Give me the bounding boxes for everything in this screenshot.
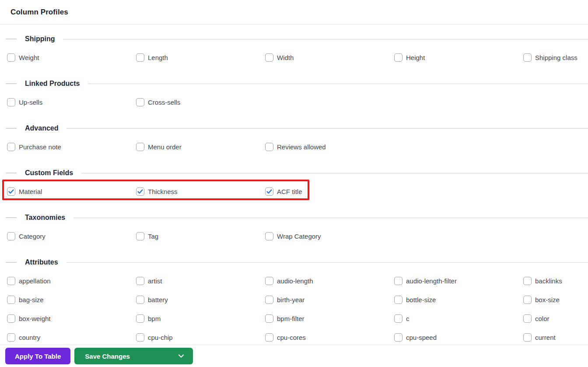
checkbox-unchecked[interactable] xyxy=(265,296,273,304)
page-header: Column Profiles xyxy=(0,0,588,25)
checkbox-item-artist[interactable]: artist xyxy=(136,275,265,287)
checkbox-unchecked[interactable] xyxy=(136,143,144,151)
heading-dash xyxy=(6,39,17,39)
checkbox-item-color[interactable]: color xyxy=(523,312,588,325)
checkbox-unchecked[interactable] xyxy=(394,333,402,342)
checkbox-unchecked[interactable] xyxy=(7,314,15,323)
checkbox-item-backlinks[interactable]: backlinks xyxy=(523,275,588,287)
checkbox-item-cross-sells[interactable]: Cross-sells xyxy=(136,96,265,108)
section-title: Attributes xyxy=(25,258,58,266)
checkbox-item-reviews-allowed[interactable]: Reviews allowed xyxy=(265,141,394,153)
checkbox-item-cpu-chip[interactable]: cpu-chip xyxy=(136,331,265,343)
checkbox-unchecked[interactable] xyxy=(265,232,273,240)
checkbox-item-bpm-filter[interactable]: bpm-filter xyxy=(265,312,394,325)
checkbox-unchecked[interactable] xyxy=(523,333,532,342)
checkbox-unchecked[interactable] xyxy=(265,277,273,285)
checkbox-unchecked[interactable] xyxy=(7,98,15,106)
heading-dash xyxy=(6,173,17,173)
checkbox-unchecked[interactable] xyxy=(394,53,402,62)
checkbox-item-current[interactable]: current xyxy=(523,331,588,343)
checkbox-unchecked[interactable] xyxy=(136,53,144,62)
checkbox-label: Category xyxy=(19,233,46,240)
checkbox-item-country[interactable]: country xyxy=(7,331,136,343)
checkbox-item-height[interactable]: Height xyxy=(394,51,523,64)
checkbox-label: Wrap Category xyxy=(277,233,321,240)
checkbox-item-length[interactable]: Length xyxy=(136,51,265,64)
checkbox-item-bag-size[interactable]: bag-size xyxy=(7,293,136,306)
checkbox-item-box-size[interactable]: box-size xyxy=(523,293,588,306)
checkbox-item-c[interactable]: c xyxy=(394,312,523,325)
section-custom-fields: Custom FieldsMaterialThicknessACF title xyxy=(0,168,588,198)
checkbox-unchecked[interactable] xyxy=(523,53,532,62)
checkbox-item-bottle-size[interactable]: bottle-size xyxy=(394,293,523,306)
checkbox-label: Weight xyxy=(19,54,39,61)
checkbox-unchecked[interactable] xyxy=(136,296,144,304)
column-profile-sections: ShippingWeightLengthWidthHeightShipping … xyxy=(0,25,588,343)
apply-to-table-button[interactable]: Apply To Table xyxy=(5,348,70,364)
checkbox-unchecked[interactable] xyxy=(394,314,402,323)
checkbox-item-birth-year[interactable]: birth-year xyxy=(265,293,394,306)
checkbox-unchecked[interactable] xyxy=(523,277,532,285)
checkbox-item-menu-order[interactable]: Menu order xyxy=(136,141,265,153)
checkbox-unchecked[interactable] xyxy=(523,296,532,304)
checkbox-unchecked[interactable] xyxy=(136,232,144,240)
checkbox-unchecked[interactable] xyxy=(265,143,273,151)
checkbox-unchecked[interactable] xyxy=(265,314,273,323)
heading-rule xyxy=(66,128,588,129)
checkbox-label: current xyxy=(535,334,556,341)
checkbox-checked[interactable] xyxy=(136,187,144,196)
checkbox-item-cpu-cores[interactable]: cpu-cores xyxy=(265,331,394,343)
checkbox-unchecked[interactable] xyxy=(394,277,402,285)
section-title: Custom Fields xyxy=(25,169,73,177)
checkbox-unchecked[interactable] xyxy=(265,333,273,342)
checkbox-item-appellation[interactable]: appellation xyxy=(7,275,136,287)
checkbox-unchecked[interactable] xyxy=(136,277,144,285)
checkbox-label: box-weight xyxy=(19,315,51,322)
checkbox-item-material[interactable]: Material xyxy=(7,185,136,198)
section-title: Shipping xyxy=(25,35,55,43)
checkbox-item-up-sells[interactable]: Up-sells xyxy=(7,96,136,108)
checkbox-item-audio-length-filter[interactable]: audio-length-filter xyxy=(394,275,523,287)
checkbox-item-weight[interactable]: Weight xyxy=(7,51,136,64)
checkbox-item-wrap-category[interactable]: Wrap Category xyxy=(265,230,394,242)
checkbox-unchecked[interactable] xyxy=(7,296,15,304)
checkbox-item-purchase-note[interactable]: Purchase note xyxy=(7,141,136,153)
checkbox-unchecked[interactable] xyxy=(136,314,144,323)
checkbox-unchecked[interactable] xyxy=(7,333,15,342)
checkbox-item-cpu-speed[interactable]: cpu-speed xyxy=(394,331,523,343)
checkbox-label: audio-length xyxy=(277,277,313,285)
checkbox-unchecked[interactable] xyxy=(523,314,532,323)
checkbox-item-shipping-class[interactable]: Shipping class xyxy=(523,51,588,64)
checkbox-unchecked[interactable] xyxy=(7,143,15,151)
section-taxonomies: TaxonomiesCategoryTagWrap Category xyxy=(0,213,588,242)
section-title: Advanced xyxy=(25,124,58,132)
checkbox-grid: CategoryTagWrap Category xyxy=(0,230,588,242)
checkbox-unchecked[interactable] xyxy=(136,333,144,342)
checkbox-label: Cross-sells xyxy=(148,99,180,106)
checkbox-item-bpm[interactable]: bpm xyxy=(136,312,265,325)
checkbox-unchecked[interactable] xyxy=(7,277,15,285)
checkbox-unchecked[interactable] xyxy=(394,296,402,304)
checkbox-item-category[interactable]: Category xyxy=(7,230,136,242)
checkbox-item-battery[interactable]: battery xyxy=(136,293,265,306)
checkbox-unchecked[interactable] xyxy=(7,232,15,240)
section-title: Linked Products xyxy=(25,80,80,88)
checkbox-checked[interactable] xyxy=(7,187,15,196)
checkbox-label: cpu-cores xyxy=(277,334,306,341)
save-changes-label: Save Changes xyxy=(85,353,130,360)
checkbox-item-acf-title[interactable]: ACF title xyxy=(265,185,394,198)
checkbox-unchecked[interactable] xyxy=(265,53,273,62)
checkbox-unchecked[interactable] xyxy=(136,98,144,106)
checkbox-unchecked[interactable] xyxy=(7,53,15,62)
checkbox-item-box-weight[interactable]: box-weight xyxy=(7,312,136,325)
checkbox-checked[interactable] xyxy=(265,187,273,196)
save-changes-button[interactable]: Save Changes xyxy=(74,348,193,364)
checkbox-label: Up-sells xyxy=(19,99,42,106)
chevron-down-icon[interactable] xyxy=(178,354,184,358)
checkbox-item-audio-length[interactable]: audio-length xyxy=(265,275,394,287)
checkbox-label: Width xyxy=(277,54,294,61)
checkbox-item-thickness[interactable]: Thickness xyxy=(136,185,265,198)
checkbox-item-tag[interactable]: Tag xyxy=(136,230,265,242)
section-heading: Shipping xyxy=(0,34,588,44)
checkbox-item-width[interactable]: Width xyxy=(265,51,394,64)
